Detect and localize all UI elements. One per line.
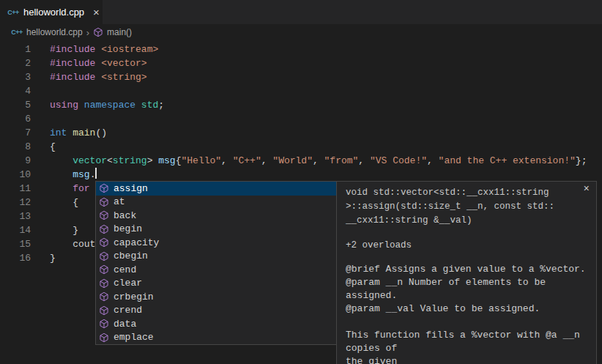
suggestion-at[interactable]: at xyxy=(96,196,336,209)
code-line[interactable]: 4 xyxy=(0,84,602,98)
code-line[interactable]: 8{ xyxy=(0,140,602,154)
method-icon xyxy=(99,224,109,234)
suggestion-label: cbegin xyxy=(114,250,148,261)
line-content: vector<string> msg{"Hello", "C++", "Worl… xyxy=(50,154,587,168)
line-number: 4 xyxy=(0,84,31,98)
chevron-right-icon: › xyxy=(86,27,89,38)
line-number: 16 xyxy=(0,251,31,265)
tab-helloworld-cpp[interactable]: C++ helloworld.cpp × xyxy=(0,0,103,24)
line-number: 7 xyxy=(0,126,31,140)
code-line[interactable]: 6 xyxy=(0,112,602,126)
method-icon xyxy=(99,319,109,329)
suggest-docs-panel: × void std::vector<std::__cxx11::string … xyxy=(336,181,597,364)
line-number: 15 xyxy=(0,237,31,251)
suggestion-label: data xyxy=(114,319,136,330)
line-content: { xyxy=(50,196,78,209)
line-number: 12 xyxy=(0,196,31,209)
suggestion-label: emplace xyxy=(114,332,154,343)
suggestion-crbegin[interactable]: crbegin xyxy=(96,290,336,304)
code-editor[interactable]: 1#include <iostream>2#include <vector>3#… xyxy=(0,40,602,364)
line-content: cout xyxy=(50,237,95,251)
line-number: 11 xyxy=(0,182,31,196)
code-line[interactable]: 3#include <string> xyxy=(0,70,602,84)
code-line[interactable]: 2#include <vector> xyxy=(0,56,602,70)
tab-close-icon[interactable]: × xyxy=(93,7,100,18)
suggestion-emplace[interactable]: emplace xyxy=(96,331,336,345)
docs-signature: void std::vector<std::__cxx11::string >:… xyxy=(346,186,589,228)
code-line[interactable]: 10 msg. xyxy=(0,168,602,182)
suggestion-label: crend xyxy=(114,305,142,316)
line-number: 10 xyxy=(0,168,31,182)
line-content: } xyxy=(50,223,78,237)
line-content: #include <string> xyxy=(50,70,147,84)
suggestion-label: back xyxy=(114,210,136,221)
line-number: 6 xyxy=(0,112,31,126)
line-content: #include <iostream> xyxy=(50,42,158,56)
line-number: 8 xyxy=(0,140,31,154)
code-line[interactable]: 5using namespace std; xyxy=(0,98,602,112)
suggestion-clear[interactable]: clear xyxy=(96,277,336,291)
line-number: 3 xyxy=(0,70,31,84)
line-content: using namespace std; xyxy=(50,98,164,112)
method-icon xyxy=(99,183,109,193)
breadcrumb-symbol[interactable]: main() xyxy=(107,27,132,37)
tab-label: helloworld.cpp xyxy=(23,7,84,18)
method-icon xyxy=(99,264,109,275)
line-number: 2 xyxy=(0,56,31,70)
suggestion-label: begin xyxy=(114,223,142,234)
code-line[interactable]: 9 vector<string> msg{"Hello", "C++", "Wo… xyxy=(0,154,602,168)
line-number: 14 xyxy=(0,223,31,237)
code-line[interactable]: 7int main() xyxy=(0,126,602,140)
method-icon xyxy=(99,237,109,248)
suggest-list: assignatbackbegincapacitycbegincendclear… xyxy=(95,181,337,345)
tab-bar: C++ helloworld.cpp × xyxy=(0,0,602,24)
suggestion-crend[interactable]: crend xyxy=(96,304,336,318)
suggestion-back[interactable]: back xyxy=(96,209,336,223)
breadcrumb-file[interactable]: helloworld.cpp xyxy=(26,27,83,37)
text-cursor xyxy=(95,168,97,179)
breadcrumb: C++ helloworld.cpp › main() xyxy=(0,24,602,40)
line-content: msg. xyxy=(50,168,97,182)
line-content: #include <vector> xyxy=(50,56,147,70)
suggestion-cend[interactable]: cend xyxy=(96,263,336,277)
vscode-window: C++ helloworld.cpp × C++ helloworld.cpp … xyxy=(0,0,602,364)
method-icon xyxy=(93,27,103,37)
code-line[interactable]: 1#include <iostream> xyxy=(0,42,602,56)
method-icon xyxy=(99,210,109,220)
docs-description: @brief Assigns a given value to a %vecto… xyxy=(346,263,589,364)
method-icon xyxy=(99,251,109,261)
suggestion-label: crbegin xyxy=(114,291,154,302)
line-number: 1 xyxy=(0,42,31,56)
cpp-file-icon: C++ xyxy=(11,29,23,36)
method-icon xyxy=(99,278,109,289)
line-number: 5 xyxy=(0,98,31,112)
line-content: } xyxy=(50,251,56,265)
method-icon xyxy=(99,305,109,316)
suggestion-label: cend xyxy=(114,264,136,275)
docs-overloads[interactable]: +2 overloads xyxy=(346,240,589,250)
suggestion-label: clear xyxy=(114,278,142,289)
method-icon xyxy=(99,291,109,302)
line-content: for xyxy=(50,182,90,196)
line-content: { xyxy=(50,140,56,154)
suggestion-label: assign xyxy=(114,183,148,194)
suggest-widget: assignatbackbegincapacitycbegincendclear… xyxy=(95,181,597,364)
suggestion-data[interactable]: data xyxy=(96,317,336,331)
suggestion-cbegin[interactable]: cbegin xyxy=(96,250,336,264)
line-number: 13 xyxy=(0,209,31,223)
close-icon[interactable]: × xyxy=(584,184,590,194)
line-number: 9 xyxy=(0,154,31,168)
method-icon xyxy=(99,333,109,343)
line-content: int main() xyxy=(50,126,107,140)
suggestion-capacity[interactable]: capacity xyxy=(96,236,336,250)
suggestion-assign[interactable]: assign xyxy=(96,182,336,196)
suggestion-label: capacity xyxy=(114,237,159,248)
suggestion-begin[interactable]: begin xyxy=(96,223,336,237)
suggestion-label: at xyxy=(114,196,125,207)
method-icon xyxy=(99,197,109,207)
cpp-file-icon: C++ xyxy=(7,9,19,16)
